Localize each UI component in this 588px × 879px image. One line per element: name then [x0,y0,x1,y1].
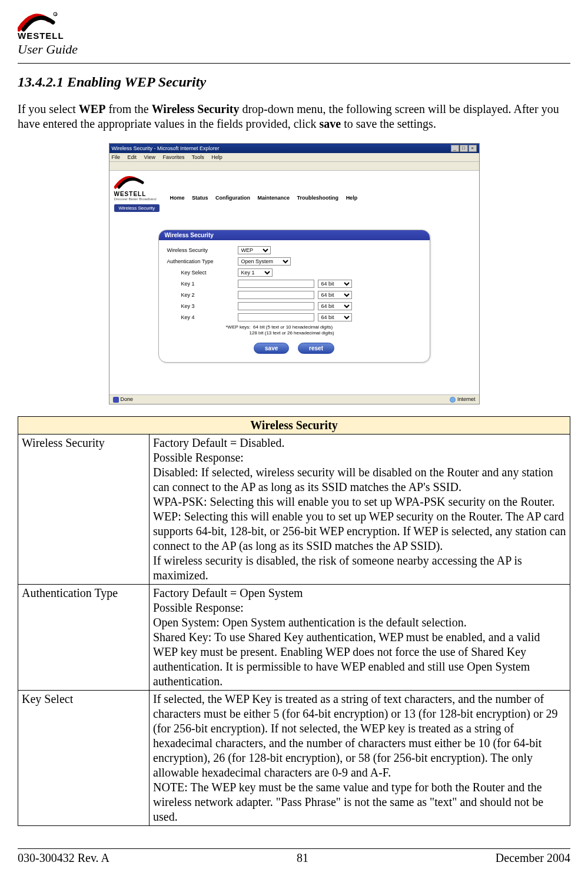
section-title-text: Enabling WEP Security [67,74,206,89]
sub-tab-wireless-security[interactable]: Wireless Security [114,204,160,212]
cell-desc-2: If selected, the WEP Key is treated as a… [150,690,570,825]
note-line2: 128 bit (13 text or 26 hexadecimal digit… [250,330,334,336]
label-key2: Key 2 [181,292,238,298]
label-key1: Key 1 [181,281,238,287]
select-key2-bits[interactable]: 64 bit [318,291,352,299]
input-key2[interactable] [238,291,314,299]
select-key3-bits[interactable]: 64 bit [318,302,352,310]
table-row: Key Select If selected, the WEP Key is t… [18,690,570,825]
input-key1[interactable] [238,280,314,288]
menu-help[interactable]: Help [211,154,222,160]
brand-name: WESTELL [18,31,71,41]
note-prefix: *WEP keys: [226,324,251,330]
brand-logo: R WESTELL [18,12,71,41]
reset-button[interactable]: reset [298,343,334,354]
nav-status[interactable]: Status [192,195,208,201]
main-nav[interactable]: Home Status Configuration Maintenance Tr… [167,195,361,201]
nav-troubleshooting[interactable]: Troubleshooting [297,195,339,201]
label-key-select: Key Select [181,270,238,276]
nav-maintenance[interactable]: Maintenance [258,195,290,201]
intro-bold-save: save [320,117,341,130]
menu-tools[interactable]: Tools [192,154,204,160]
table-row: Wireless Security Factory Default = Disa… [18,434,570,584]
maximize-button[interactable]: □ [460,145,468,152]
select-wireless-security[interactable]: WEP [238,246,271,254]
menu-edit[interactable]: Edit [128,154,137,160]
note-line1: 64 bit (5 text or 10 hexadecimal digits) [253,324,333,330]
window-title: Wireless Security - Microsoft Internet E… [112,145,220,151]
nav-help[interactable]: Help [346,195,358,201]
cell-name-2: Key Select [18,690,150,825]
cell-desc-1: Factory Default = Open System Possible R… [150,584,570,690]
select-key4-bits[interactable]: 64 bit [318,313,352,321]
table-header: Wireless Security [18,416,570,434]
settings-panel: Wireless Security Wireless Security WEP … [158,230,430,363]
status-net-text: Internet [457,396,476,402]
intro-text: from the [105,102,151,115]
browser-menubar[interactable]: File Edit View Favorites Tools Help [109,153,479,162]
intro-text: If you select [18,102,79,115]
wep-note: *WEP keys: 64 bit (5 text or 10 hexadeci… [226,324,421,336]
user-guide-label: User Guide [18,42,570,57]
browser-toolbar [109,162,479,171]
select-key-select[interactable]: Key 1 [238,268,273,277]
footer-page-number: 81 [297,851,308,865]
select-auth-type[interactable]: Open System [238,257,291,266]
footer-docid: 030-300432 Rev. A [18,851,109,865]
menu-view[interactable]: View [144,154,155,160]
window-buttons[interactable]: _□× [450,145,477,152]
brand-tagline: Discover Better Broadband [114,197,161,201]
menu-favorites[interactable]: Favorites [162,154,184,160]
wireless-security-table: Wireless Security Wireless Security Fact… [18,416,570,826]
page-content: WESTELL Discover Better Broadband Home S… [109,171,479,394]
intro-bold-wep: WEP [79,102,106,115]
minimize-button[interactable]: _ [451,145,459,152]
label-key3: Key 3 [181,303,238,309]
save-button[interactable]: save [254,343,289,354]
menu-file[interactable]: File [112,154,121,160]
select-key1-bits[interactable]: 64 bit [318,280,352,288]
input-key4[interactable] [238,313,314,321]
section-heading: 13.4.2.1 Enabling WEP Security [18,74,570,90]
browser-window: Wireless Security - Microsoft Internet E… [109,143,480,404]
nav-configuration[interactable]: Configuration [215,195,250,201]
svg-text:R: R [55,13,57,16]
section-number: 13.4.2.1 [18,74,64,89]
window-titlebar: Wireless Security - Microsoft Internet E… [109,144,479,153]
label-wireless-security: Wireless Security [167,247,238,253]
intro-text: to save the settings. [341,117,436,130]
label-auth-type: Authentication Type [167,258,238,264]
table-row: Authentication Type Factory Default = Op… [18,584,570,690]
footer-date: December 2004 [496,851,570,865]
cell-name-1: Authentication Type [18,584,150,690]
page-footer: 030-300432 Rev. A 81 December 2004 [18,848,570,865]
intro-paragraph: If you select WEP from the Wireless Secu… [18,102,570,131]
done-icon [113,397,119,403]
status-done-text: Done [121,396,134,402]
footer-divider [18,848,570,849]
content-logo: WESTELL Discover Better Broadband [114,174,161,201]
nav-home[interactable]: Home [170,195,185,201]
internet-icon [450,397,456,403]
content-brand-name: WESTELL [114,191,161,197]
panel-title: Wireless Security [159,230,430,240]
label-key4: Key 4 [181,314,238,320]
input-key3[interactable] [238,302,314,310]
cell-name-0: Wireless Security [18,434,150,584]
cell-desc-0: Factory Default = Disabled. Possible Res… [150,434,570,584]
close-button[interactable]: × [469,145,477,152]
intro-bold-wireless-security: Wireless Security [152,102,240,115]
header-divider [18,63,570,64]
browser-statusbar: Done Internet [109,394,479,404]
